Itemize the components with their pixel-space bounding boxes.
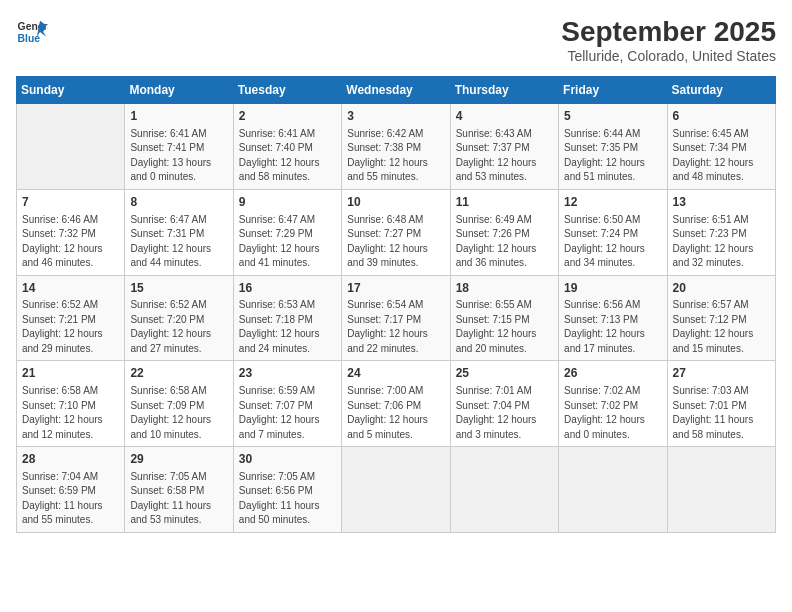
day-number: 27 <box>673 365 770 382</box>
logo-icon: General Blue <box>16 16 48 48</box>
calendar-cell: 24Sunrise: 7:00 AMSunset: 7:06 PMDayligh… <box>342 361 450 447</box>
day-number: 22 <box>130 365 227 382</box>
day-number: 8 <box>130 194 227 211</box>
day-info: Sunrise: 6:59 AMSunset: 7:07 PMDaylight:… <box>239 384 336 442</box>
day-info: Sunrise: 7:04 AMSunset: 6:59 PMDaylight:… <box>22 470 119 528</box>
calendar-cell: 28Sunrise: 7:04 AMSunset: 6:59 PMDayligh… <box>17 447 125 533</box>
day-number: 30 <box>239 451 336 468</box>
calendar-cell <box>559 447 667 533</box>
calendar-body: 1Sunrise: 6:41 AMSunset: 7:41 PMDaylight… <box>17 104 776 533</box>
day-number: 9 <box>239 194 336 211</box>
svg-text:Blue: Blue <box>18 33 41 44</box>
day-number: 4 <box>456 108 553 125</box>
calendar-cell: 16Sunrise: 6:53 AMSunset: 7:18 PMDayligh… <box>233 275 341 361</box>
day-number: 3 <box>347 108 444 125</box>
calendar-table: Sunday Monday Tuesday Wednesday Thursday… <box>16 76 776 533</box>
day-info: Sunrise: 6:44 AMSunset: 7:35 PMDaylight:… <box>564 127 661 185</box>
day-info: Sunrise: 6:41 AMSunset: 7:40 PMDaylight:… <box>239 127 336 185</box>
calendar-cell: 30Sunrise: 7:05 AMSunset: 6:56 PMDayligh… <box>233 447 341 533</box>
day-info: Sunrise: 6:53 AMSunset: 7:18 PMDaylight:… <box>239 298 336 356</box>
calendar-subtitle: Telluride, Colorado, United States <box>561 48 776 64</box>
day-number: 19 <box>564 280 661 297</box>
day-info: Sunrise: 7:03 AMSunset: 7:01 PMDaylight:… <box>673 384 770 442</box>
weekday-header-row: Sunday Monday Tuesday Wednesday Thursday… <box>17 77 776 104</box>
day-info: Sunrise: 6:55 AMSunset: 7:15 PMDaylight:… <box>456 298 553 356</box>
day-info: Sunrise: 7:05 AMSunset: 6:58 PMDaylight:… <box>130 470 227 528</box>
header-monday: Monday <box>125 77 233 104</box>
day-info: Sunrise: 6:48 AMSunset: 7:27 PMDaylight:… <box>347 213 444 271</box>
day-info: Sunrise: 6:54 AMSunset: 7:17 PMDaylight:… <box>347 298 444 356</box>
logo: General Blue <box>16 16 48 48</box>
day-number: 17 <box>347 280 444 297</box>
day-number: 12 <box>564 194 661 211</box>
calendar-cell <box>342 447 450 533</box>
day-number: 23 <box>239 365 336 382</box>
day-number: 13 <box>673 194 770 211</box>
calendar-cell: 25Sunrise: 7:01 AMSunset: 7:04 PMDayligh… <box>450 361 558 447</box>
header-saturday: Saturday <box>667 77 775 104</box>
calendar-cell: 8Sunrise: 6:47 AMSunset: 7:31 PMDaylight… <box>125 189 233 275</box>
calendar-cell: 23Sunrise: 6:59 AMSunset: 7:07 PMDayligh… <box>233 361 341 447</box>
calendar-cell: 17Sunrise: 6:54 AMSunset: 7:17 PMDayligh… <box>342 275 450 361</box>
day-number: 5 <box>564 108 661 125</box>
calendar-cell: 10Sunrise: 6:48 AMSunset: 7:27 PMDayligh… <box>342 189 450 275</box>
day-number: 25 <box>456 365 553 382</box>
page-header: General Blue September 2025 Telluride, C… <box>16 16 776 64</box>
calendar-cell: 2Sunrise: 6:41 AMSunset: 7:40 PMDaylight… <box>233 104 341 190</box>
day-info: Sunrise: 6:41 AMSunset: 7:41 PMDaylight:… <box>130 127 227 185</box>
calendar-cell: 29Sunrise: 7:05 AMSunset: 6:58 PMDayligh… <box>125 447 233 533</box>
calendar-title: September 2025 <box>561 16 776 48</box>
day-info: Sunrise: 6:52 AMSunset: 7:20 PMDaylight:… <box>130 298 227 356</box>
day-number: 1 <box>130 108 227 125</box>
calendar-week-row: 28Sunrise: 7:04 AMSunset: 6:59 PMDayligh… <box>17 447 776 533</box>
day-number: 11 <box>456 194 553 211</box>
calendar-cell: 12Sunrise: 6:50 AMSunset: 7:24 PMDayligh… <box>559 189 667 275</box>
calendar-cell: 15Sunrise: 6:52 AMSunset: 7:20 PMDayligh… <box>125 275 233 361</box>
calendar-cell: 26Sunrise: 7:02 AMSunset: 7:02 PMDayligh… <box>559 361 667 447</box>
day-info: Sunrise: 6:47 AMSunset: 7:29 PMDaylight:… <box>239 213 336 271</box>
calendar-cell: 20Sunrise: 6:57 AMSunset: 7:12 PMDayligh… <box>667 275 775 361</box>
calendar-cell: 22Sunrise: 6:58 AMSunset: 7:09 PMDayligh… <box>125 361 233 447</box>
calendar-cell: 19Sunrise: 6:56 AMSunset: 7:13 PMDayligh… <box>559 275 667 361</box>
day-info: Sunrise: 6:58 AMSunset: 7:10 PMDaylight:… <box>22 384 119 442</box>
calendar-cell: 13Sunrise: 6:51 AMSunset: 7:23 PMDayligh… <box>667 189 775 275</box>
day-info: Sunrise: 6:57 AMSunset: 7:12 PMDaylight:… <box>673 298 770 356</box>
day-info: Sunrise: 6:42 AMSunset: 7:38 PMDaylight:… <box>347 127 444 185</box>
day-info: Sunrise: 6:56 AMSunset: 7:13 PMDaylight:… <box>564 298 661 356</box>
calendar-cell: 7Sunrise: 6:46 AMSunset: 7:32 PMDaylight… <box>17 189 125 275</box>
day-number: 7 <box>22 194 119 211</box>
calendar-week-row: 1Sunrise: 6:41 AMSunset: 7:41 PMDaylight… <box>17 104 776 190</box>
day-number: 28 <box>22 451 119 468</box>
day-number: 24 <box>347 365 444 382</box>
calendar-cell: 18Sunrise: 6:55 AMSunset: 7:15 PMDayligh… <box>450 275 558 361</box>
day-info: Sunrise: 6:46 AMSunset: 7:32 PMDaylight:… <box>22 213 119 271</box>
day-info: Sunrise: 6:45 AMSunset: 7:34 PMDaylight:… <box>673 127 770 185</box>
calendar-cell <box>667 447 775 533</box>
calendar-cell: 3Sunrise: 6:42 AMSunset: 7:38 PMDaylight… <box>342 104 450 190</box>
header-sunday: Sunday <box>17 77 125 104</box>
calendar-cell: 9Sunrise: 6:47 AMSunset: 7:29 PMDaylight… <box>233 189 341 275</box>
calendar-cell: 11Sunrise: 6:49 AMSunset: 7:26 PMDayligh… <box>450 189 558 275</box>
calendar-cell: 5Sunrise: 6:44 AMSunset: 7:35 PMDaylight… <box>559 104 667 190</box>
calendar-week-row: 7Sunrise: 6:46 AMSunset: 7:32 PMDaylight… <box>17 189 776 275</box>
day-number: 6 <box>673 108 770 125</box>
calendar-cell <box>450 447 558 533</box>
calendar-week-row: 14Sunrise: 6:52 AMSunset: 7:21 PMDayligh… <box>17 275 776 361</box>
day-number: 14 <box>22 280 119 297</box>
day-number: 29 <box>130 451 227 468</box>
calendar-cell <box>17 104 125 190</box>
day-number: 15 <box>130 280 227 297</box>
header-wednesday: Wednesday <box>342 77 450 104</box>
day-info: Sunrise: 7:05 AMSunset: 6:56 PMDaylight:… <box>239 470 336 528</box>
day-info: Sunrise: 7:00 AMSunset: 7:06 PMDaylight:… <box>347 384 444 442</box>
calendar-cell: 21Sunrise: 6:58 AMSunset: 7:10 PMDayligh… <box>17 361 125 447</box>
day-info: Sunrise: 7:02 AMSunset: 7:02 PMDaylight:… <box>564 384 661 442</box>
day-info: Sunrise: 6:47 AMSunset: 7:31 PMDaylight:… <box>130 213 227 271</box>
day-info: Sunrise: 6:49 AMSunset: 7:26 PMDaylight:… <box>456 213 553 271</box>
day-number: 18 <box>456 280 553 297</box>
day-info: Sunrise: 6:52 AMSunset: 7:21 PMDaylight:… <box>22 298 119 356</box>
day-info: Sunrise: 6:58 AMSunset: 7:09 PMDaylight:… <box>130 384 227 442</box>
day-number: 26 <box>564 365 661 382</box>
calendar-cell: 1Sunrise: 6:41 AMSunset: 7:41 PMDaylight… <box>125 104 233 190</box>
title-area: September 2025 Telluride, Colorado, Unit… <box>561 16 776 64</box>
